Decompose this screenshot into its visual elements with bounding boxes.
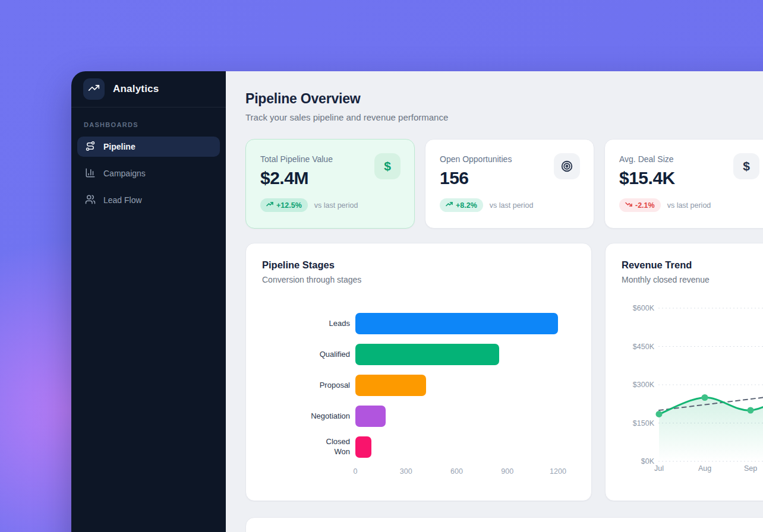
sidebar-item-label: Lead Flow xyxy=(103,195,142,205)
charts-row: Pipeline Stages Conversion through stage… xyxy=(245,243,763,501)
sidebar-item-lead-flow[interactable]: Lead Flow xyxy=(77,190,220,210)
bar-category-label: Closed Won xyxy=(262,437,355,457)
bar-category-label: Leads xyxy=(262,319,355,329)
bar-track xyxy=(355,344,558,365)
kpi-card-total-pipeline-value[interactable]: Total Pipeline Value$2.4M+12.5%vs last p… xyxy=(245,139,415,229)
bar-category-label: Negotiation xyxy=(262,411,355,422)
x-tick-label: 900 xyxy=(501,467,513,476)
chart-title: Pipeline Stages xyxy=(262,259,575,271)
y-tick-label: $600K xyxy=(633,304,655,312)
dollar-icon: $ xyxy=(374,153,401,179)
trend-down-icon xyxy=(625,201,632,210)
app-title: Analytics xyxy=(113,83,159,95)
x-tick-label: 600 xyxy=(450,467,463,476)
revenue-trend-card: Revenue Trend Monthly closed revenue $0K… xyxy=(605,243,763,501)
revenue-trend-chart: $0K$150K$300K$450K$600KJulAugSepOct xyxy=(622,288,763,479)
y-tick-label: $300K xyxy=(633,381,655,389)
chart-title: Revenue Trend xyxy=(622,259,763,271)
bar-segment[interactable] xyxy=(355,406,386,427)
sidebar-item-label: Pipeline xyxy=(103,142,135,151)
x-tick-label: 0 xyxy=(354,467,358,476)
bar-segment[interactable] xyxy=(355,344,499,365)
kpi-meta: +12.5%vs last period xyxy=(260,198,400,212)
app-logo xyxy=(83,78,105,100)
bar-row: Proposal xyxy=(262,375,575,396)
kpi-card-avg-deal-size[interactable]: Avg. Deal Size$15.4K-2.1%vs last period$ xyxy=(604,139,763,229)
bar-track xyxy=(355,313,558,334)
sidebar-section-label: DASHBOARDS xyxy=(71,107,226,137)
dollar-icon: $ xyxy=(733,153,759,179)
bar-track xyxy=(355,406,558,427)
change-badge: -2.1% xyxy=(619,198,661,212)
x-tick-label: Jul xyxy=(654,464,664,473)
bar-track xyxy=(355,436,558,458)
bar-row: Closed Won xyxy=(262,436,575,458)
route-icon xyxy=(85,141,96,153)
bar-x-axis: 03006009001200 xyxy=(355,467,558,478)
x-tick-label: Aug xyxy=(698,464,711,473)
y-tick-label: $450K xyxy=(633,343,655,351)
x-tick-label: 1200 xyxy=(550,467,566,476)
sidebar-item-campaigns[interactable]: Campaigns xyxy=(77,163,220,183)
sidebar-nav: PipelineCampaignsLead Flow xyxy=(71,137,226,210)
bar-track xyxy=(355,375,558,396)
x-tick-label: Sep xyxy=(744,464,757,473)
data-point[interactable] xyxy=(702,394,708,401)
page-title: Pipeline Overview xyxy=(245,91,763,107)
bar-row: Negotiation xyxy=(262,406,575,427)
bar-segment[interactable] xyxy=(355,436,371,458)
pipeline-stages-card: Pipeline Stages Conversion through stage… xyxy=(245,243,592,501)
bar-chart-icon xyxy=(85,167,96,180)
main-content: Pipeline Overview Track your sales pipel… xyxy=(226,71,763,532)
users-icon xyxy=(85,194,96,207)
y-tick-label: $0K xyxy=(641,457,655,466)
trend-up-icon xyxy=(446,201,453,210)
chart-subtitle: Monthly closed revenue xyxy=(622,275,763,284)
change-value: +8.2% xyxy=(456,201,477,210)
chart-subtitle: Conversion through stages xyxy=(262,275,575,284)
bar-category-label: Qualified xyxy=(262,350,355,360)
data-point[interactable] xyxy=(748,407,754,414)
sidebar-item-pipeline[interactable]: Pipeline xyxy=(77,137,220,157)
bar-segment[interactable] xyxy=(355,375,426,396)
sidebar-item-label: Campaigns xyxy=(103,169,146,178)
target-icon xyxy=(554,153,580,179)
data-point[interactable] xyxy=(656,411,663,417)
change-badge: +12.5% xyxy=(260,198,308,212)
x-tick-label: 300 xyxy=(400,467,412,476)
compare-label: vs last period xyxy=(314,201,358,210)
kpi-card-open-opportunities[interactable]: Open Opportunities156+8.2%vs last period xyxy=(425,139,594,229)
bar-row: Qualified xyxy=(262,344,575,365)
kpi-meta: +8.2%vs last period xyxy=(440,198,579,212)
bar-category-label: Proposal xyxy=(262,381,355,391)
change-badge: +8.2% xyxy=(440,198,483,212)
bar-row: Leads xyxy=(262,313,575,334)
kpi-row: Total Pipeline Value$2.4M+12.5%vs last p… xyxy=(245,139,763,229)
trend-up-icon xyxy=(266,201,273,210)
compare-label: vs last period xyxy=(490,201,534,210)
sidebar: Analytics DASHBOARDS PipelineCampaignsLe… xyxy=(71,71,226,532)
page-subtitle: Track your sales pipeline and revenue pe… xyxy=(245,112,763,122)
sidebar-header: Analytics xyxy=(71,71,226,107)
trending-up-icon xyxy=(88,82,100,96)
kpi-meta: -2.1%vs last period xyxy=(619,198,759,212)
pipeline-stages-chart: LeadsQualifiedProposalNegotiationClosed … xyxy=(262,313,575,478)
bar-segment[interactable] xyxy=(355,313,558,334)
y-tick-label: $150K xyxy=(633,419,655,428)
bottom-card-partial xyxy=(245,517,763,532)
revenue-area-fill xyxy=(659,390,763,461)
compare-label: vs last period xyxy=(667,201,711,210)
app-window: Analytics DASHBOARDS PipelineCampaignsLe… xyxy=(71,71,763,532)
change-value: +12.5% xyxy=(276,201,302,210)
bar-rows: LeadsQualifiedProposalNegotiationClosed … xyxy=(262,313,575,458)
change-value: -2.1% xyxy=(635,201,655,210)
